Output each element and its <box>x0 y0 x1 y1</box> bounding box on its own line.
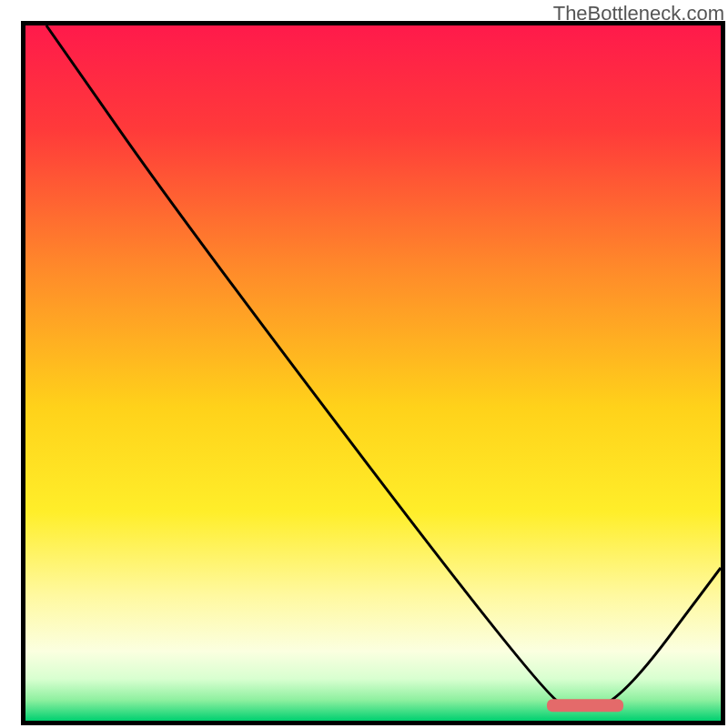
gradient-background <box>25 25 721 721</box>
optimal-zone-marker <box>547 699 623 712</box>
bottleneck-chart: TheBottleneck.com <box>0 0 728 728</box>
watermark-text: TheBottleneck.com <box>553 2 724 25</box>
chart-container: TheBottleneck.com <box>0 0 728 728</box>
